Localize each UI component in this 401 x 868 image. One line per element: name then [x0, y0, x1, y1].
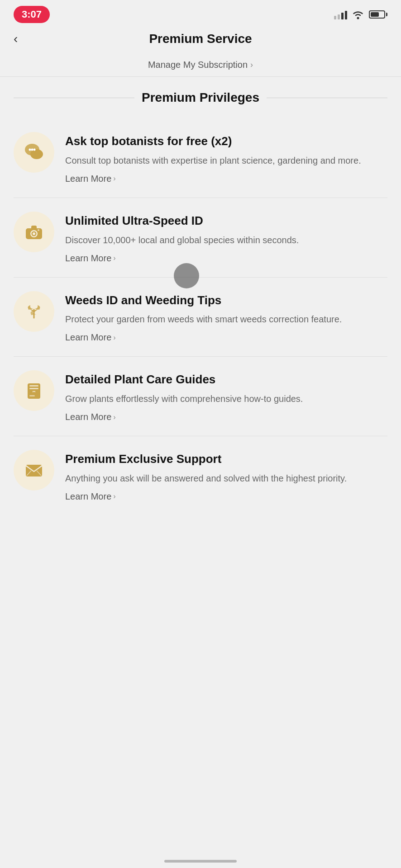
ultra-speed-title: Unlimited Ultra-Speed ID: [65, 213, 387, 229]
envelope-icon: [22, 458, 46, 482]
support-learn-more[interactable]: Learn More ›: [65, 491, 387, 502]
status-icons: [334, 9, 387, 19]
privileges-section: Premium Privileges Ask top botanists for…: [0, 77, 401, 515]
wifi-icon: [352, 9, 364, 19]
botanists-icon-circle: [14, 132, 54, 173]
botanists-learn-more[interactable]: Learn More ›: [65, 174, 387, 184]
ultra-speed-learn-more[interactable]: Learn More ›: [65, 253, 387, 264]
ultra-speed-desc: Discover 10,000+ local and global specie…: [65, 233, 387, 247]
ultra-speed-content: Unlimited Ultra-Speed ID Discover 10,000…: [65, 212, 387, 264]
back-button[interactable]: ‹: [14, 32, 18, 46]
svg-rect-14: [29, 388, 38, 389]
camera-icon: [22, 220, 46, 244]
status-bar: 3:07: [0, 0, 401, 27]
plant-care-learn-more[interactable]: Learn More ›: [65, 412, 387, 422]
weeds-icon-circle: [14, 291, 54, 332]
privilege-item-botanists: Ask top botanists for free (x2) Consult …: [14, 118, 387, 198]
page-title: Premium Service: [149, 32, 252, 46]
support-icon-circle: [14, 450, 54, 491]
chat-bubbles-icon: [22, 141, 46, 164]
support-desc: Anything you ask will be answered and so…: [65, 472, 387, 485]
botanists-learn-more-text: Learn More: [65, 174, 111, 184]
svg-rect-7: [31, 226, 37, 229]
weeds-learn-more-chevron: ›: [113, 334, 115, 342]
privilege-item-weeds: Weeds ID and Weeding Tips Protect your g…: [14, 278, 387, 357]
svg-point-0: [357, 17, 359, 19]
section-header: Premium Privileges: [14, 90, 387, 105]
battery-icon: [369, 10, 387, 19]
support-learn-more-chevron: ›: [113, 492, 115, 500]
plant-care-desc: Grow plants effortlessly with comprehens…: [65, 392, 387, 406]
svg-point-5: [33, 149, 36, 151]
weeds-desc: Protect your garden from weeds with smar…: [65, 312, 387, 326]
plant-care-icon-circle: [14, 370, 54, 411]
divider-right: [267, 98, 387, 98]
ultra-speed-learn-more-chevron: ›: [113, 254, 115, 262]
svg-point-3: [29, 149, 31, 151]
nav-header: ‹ Premium Service: [0, 27, 401, 53]
weeds-learn-more-text: Learn More: [65, 332, 111, 343]
privilege-item-ultra-speed: Unlimited Ultra-Speed ID Discover 10,000…: [14, 198, 387, 278]
botanists-desc: Consult top botanists with expertise in …: [65, 154, 387, 167]
manage-subscription-bar[interactable]: Manage My Subscription ›: [0, 53, 401, 77]
plant-care-content: Detailed Plant Care Guides Grow plants e…: [65, 370, 387, 422]
home-indicator: [164, 860, 237, 863]
divider-left: [14, 98, 134, 98]
botanists-content: Ask top botanists for free (x2) Consult …: [65, 132, 387, 184]
botanists-learn-more-chevron: ›: [113, 175, 115, 183]
svg-point-11: [38, 229, 39, 231]
privilege-item-plant-care: Detailed Plant Care Guides Grow plants e…: [14, 357, 387, 436]
svg-rect-13: [29, 385, 38, 387]
book-icon: [22, 379, 46, 402]
privilege-item-support: Premium Exclusive Support Anything you a…: [14, 436, 387, 515]
manage-subscription-label: Manage My Subscription: [148, 60, 248, 70]
support-title: Premium Exclusive Support: [65, 452, 387, 467]
plant-icon: [22, 300, 46, 323]
plant-care-learn-more-chevron: ›: [113, 413, 115, 421]
signal-icon: [334, 9, 347, 19]
manage-subscription-arrow: ›: [250, 60, 253, 70]
plant-care-learn-more-text: Learn More: [65, 412, 111, 422]
support-content: Premium Exclusive Support Anything you a…: [65, 450, 387, 502]
svg-rect-17: [27, 466, 41, 476]
svg-point-10: [33, 232, 35, 235]
botanists-title: Ask top botanists for free (x2): [65, 134, 387, 149]
section-title: Premium Privileges: [142, 90, 259, 105]
weeds-learn-more[interactable]: Learn More ›: [65, 332, 387, 343]
time-display: 3:07: [14, 6, 50, 23]
support-learn-more-text: Learn More: [65, 491, 111, 502]
svg-rect-15: [29, 395, 35, 396]
weeds-title: Weeds ID and Weeding Tips: [65, 293, 387, 308]
plant-care-title: Detailed Plant Care Guides: [65, 372, 387, 387]
weeds-content: Weeds ID and Weeding Tips Protect your g…: [65, 291, 387, 343]
svg-point-4: [31, 149, 33, 151]
privilege-list: Ask top botanists for free (x2) Consult …: [14, 118, 387, 515]
ultra-speed-learn-more-text: Learn More: [65, 253, 111, 264]
ultra-speed-icon-circle: [14, 212, 54, 252]
